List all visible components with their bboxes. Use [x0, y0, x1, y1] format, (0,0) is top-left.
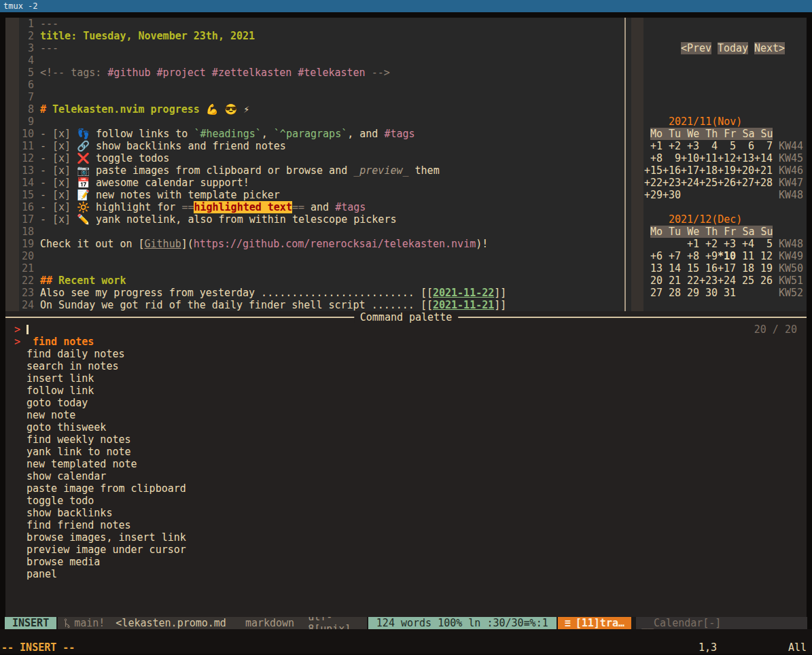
palette-item[interactable]: show backlinks — [5, 507, 807, 519]
calendar-day[interactable]: +18 — [699, 164, 718, 177]
calendar-day[interactable]: +26 — [718, 177, 736, 189]
calendar-day[interactable]: 28 — [663, 287, 681, 299]
calendar-day[interactable]: +1 — [644, 140, 663, 152]
calendar-day[interactable]: 7 — [754, 140, 773, 152]
calendar-day[interactable]: 4 — [699, 140, 718, 152]
palette-item[interactable]: panel — [5, 568, 807, 580]
editor-line[interactable]: 13- [x] 📷 paste images from clipboard or… — [5, 164, 506, 177]
editor-line[interactable]: 17- [x] ✏️ yank notelink, also from with… — [5, 213, 506, 226]
calendar-day[interactable]: 29 — [681, 287, 699, 299]
palette-item[interactable]: goto thisweek — [5, 421, 807, 433]
calendar-day[interactable]: +16 — [663, 164, 681, 177]
editor-line[interactable]: 16- [x] 🔆 highlight for ==highlighted te… — [5, 201, 506, 213]
calendar-day[interactable]: +11 — [699, 152, 718, 164]
calendar-day[interactable]: 13 — [644, 262, 663, 275]
palette-item[interactable]: browse media — [5, 556, 807, 568]
palette-item[interactable]: goto today — [5, 397, 807, 409]
calendar-day[interactable]: 5 — [718, 140, 736, 152]
calendar-day[interactable]: 22 — [681, 275, 699, 287]
editor-line[interactable]: 24On Sunday we got rid of the daily find… — [5, 299, 506, 311]
calendar-day[interactable]: +4 — [736, 238, 754, 250]
calendar-day[interactable]: +30 — [663, 189, 681, 201]
calendar-day[interactable]: +8 — [644, 152, 663, 164]
calendar-day[interactable]: +14 — [754, 152, 773, 164]
calendar-day[interactable]: +10 — [681, 152, 699, 164]
calendar-prev-button[interactable]: <Prev — [681, 42, 711, 54]
editor-line[interactable]: 22## Recent work — [5, 275, 506, 287]
calendar-day[interactable]: +3 — [718, 238, 736, 250]
command-line[interactable]: :lua require('telekasten').panel() — [0, 629, 812, 641]
calendar-day[interactable]: 31 — [718, 287, 736, 299]
calendar-day[interactable]: 14 — [663, 262, 681, 275]
editor-line[interactable]: 9 — [5, 116, 506, 128]
calendar-day[interactable]: 25 — [736, 275, 754, 287]
calendar-day[interactable]: +3 — [681, 140, 699, 152]
tab-indicator[interactable]: ≡[11]tra… — [558, 617, 631, 629]
editor-line[interactable]: 4 — [5, 54, 506, 67]
calendar-day[interactable]: +22 — [644, 177, 663, 189]
calendar-next-button[interactable]: Next> — [754, 42, 785, 54]
calendar-day[interactable]: 27 — [644, 287, 663, 299]
editor-line[interactable]: 19Check it out on [Github](https://githu… — [5, 238, 506, 250]
palette-item[interactable]: toggle todo — [5, 495, 807, 507]
calendar-day[interactable]: +23 — [699, 275, 718, 287]
calendar-day[interactable]: +15 — [644, 164, 663, 177]
calendar-day[interactable]: +24 — [718, 275, 736, 287]
palette-item[interactable]: show calendar — [5, 470, 807, 482]
calendar-day[interactable]: +29 — [644, 189, 663, 201]
editor-line[interactable]: 7 — [5, 91, 506, 103]
palette-prompt-input[interactable]: > 20 / 20 — [5, 323, 807, 336]
calendar-day[interactable]: +24 — [681, 177, 699, 189]
calendar-day[interactable]: 9 — [663, 152, 681, 164]
palette-item[interactable]: follow link — [5, 385, 807, 397]
calendar-day[interactable]: +6 — [644, 250, 663, 262]
palette-item-selected[interactable]: >find notes — [5, 336, 807, 348]
calendar-day[interactable]: +21 — [754, 164, 773, 177]
calendar-day[interactable]: +12 — [718, 152, 736, 164]
calendar-day[interactable]: +17 — [718, 262, 736, 275]
editor-line[interactable]: 3--- — [5, 42, 506, 54]
palette-item[interactable]: find daily notes — [5, 348, 807, 360]
calendar-day[interactable]: 11 — [736, 250, 754, 262]
palette-item[interactable]: new templated note — [5, 458, 807, 470]
palette-item[interactable]: paste image from clipboard — [5, 482, 807, 495]
palette-item[interactable]: find friend notes — [5, 519, 807, 531]
calendar-day[interactable]: 21 — [663, 275, 681, 287]
calendar-day[interactable]: +8 — [681, 250, 699, 262]
editor-line[interactable]: 2title: Tuesday, November 23th, 2021 — [5, 30, 506, 42]
editor-window[interactable]: 1---2title: Tuesday, November 23th, 2021… — [5, 18, 624, 311]
calendar-day[interactable]: 20 — [644, 275, 663, 287]
calendar-day[interactable]: +28 — [754, 177, 773, 189]
palette-item[interactable]: insert link — [5, 372, 807, 385]
editor-line[interactable]: 20 — [5, 250, 506, 262]
calendar-day[interactable]: +7 — [663, 250, 681, 262]
palette-item[interactable]: search in notes — [5, 360, 807, 372]
calendar-day[interactable]: 19 — [754, 262, 773, 275]
calendar-day[interactable]: 26 — [754, 275, 773, 287]
calendar-day[interactable]: +19 — [718, 164, 736, 177]
calendar-day[interactable]: 16 — [699, 262, 718, 275]
calendar-day[interactable]: +27 — [736, 177, 754, 189]
editor-line[interactable]: 6 — [5, 79, 506, 91]
editor-line[interactable]: 12- [x] ❌ toggle todos — [5, 152, 506, 164]
calendar-day[interactable]: +13 — [736, 152, 754, 164]
calendar-day[interactable]: 5 — [754, 238, 773, 250]
calendar-day[interactable]: *10 — [718, 250, 736, 262]
palette-item[interactable]: find weekly notes — [5, 433, 807, 446]
editor-line[interactable]: 11- [x] 🔗 show backlinks and friend note… — [5, 140, 506, 152]
calendar-day[interactable]: 6 — [736, 140, 754, 152]
calendar-day[interactable]: 18 — [736, 262, 754, 275]
calendar-today-button[interactable]: Today — [718, 42, 748, 54]
editor-line[interactable]: 21 — [5, 262, 506, 275]
palette-item[interactable]: browse images, insert link — [5, 531, 807, 544]
editor-line[interactable]: 18 — [5, 226, 506, 238]
calendar-day[interactable]: +20 — [736, 164, 754, 177]
editor-line[interactable]: 5<!-- tags: #github #project #zettelkast… — [5, 67, 506, 79]
calendar-day[interactable]: 15 — [681, 262, 699, 275]
calendar-day[interactable]: +25 — [699, 177, 718, 189]
editor-line[interactable]: 10- [x] 👣 follow links to `#headings`, `… — [5, 128, 506, 140]
editor-line[interactable]: 14- [x] 📅 awesome calendar support! — [5, 177, 506, 189]
calendar-day[interactable]: +2 — [699, 238, 718, 250]
palette-item[interactable]: new note — [5, 409, 807, 421]
calendar-day[interactable]: 12 — [754, 250, 773, 262]
